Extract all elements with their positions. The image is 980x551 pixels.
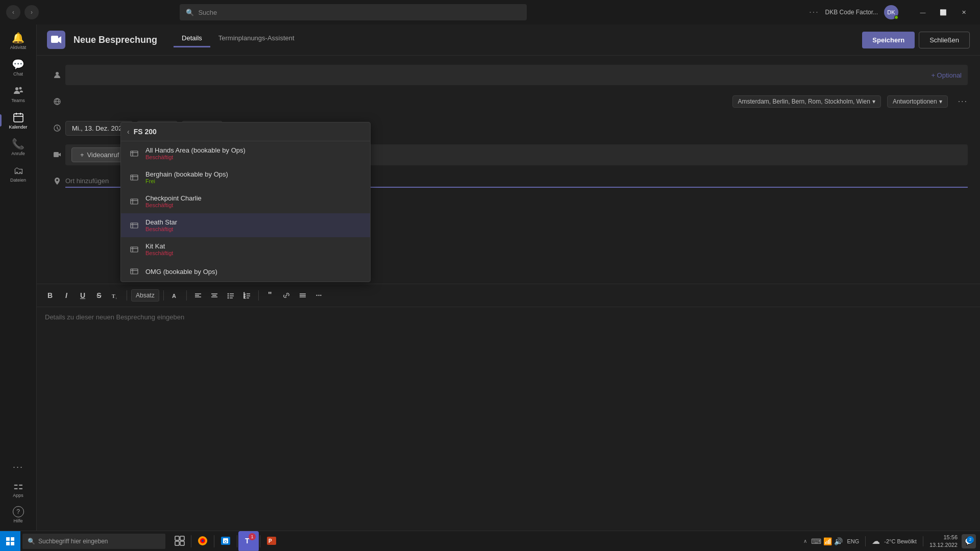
toolbar-strikethrough-button[interactable]: S bbox=[92, 288, 106, 303]
taskbar-clock: 15:56 13.12.2022 bbox=[929, 534, 958, 548]
form-container: + Optional bbox=[37, 56, 980, 531]
dropdown-back-button[interactable]: ‹ bbox=[127, 128, 130, 136]
toolbar-more-button[interactable]: ··· bbox=[312, 288, 326, 303]
antwortoptionen-dropdown[interactable]: Antwortoptionen ▾ bbox=[887, 95, 948, 108]
taskbar-apps: O T 1 P bbox=[169, 531, 282, 552]
room-item-0[interactable]: All Hands Area (bookable by Ops) Beschäf… bbox=[121, 141, 370, 165]
room-item-5[interactable]: OMG (bookable by Ops) bbox=[121, 261, 370, 282]
meeting-tabs: Details Terminplanungs-Assistent bbox=[174, 32, 303, 47]
toolbar-divider-2 bbox=[163, 290, 164, 300]
sidebar-label-apps: Apps bbox=[13, 493, 23, 498]
meeting-panel: Neue Besprechung Details Terminplanungs-… bbox=[37, 24, 980, 531]
taskbar-outlook-button[interactable]: O bbox=[215, 531, 236, 552]
meeting-header: Neue Besprechung Details Terminplanungs-… bbox=[37, 24, 980, 56]
more-options-icon[interactable]: ··· bbox=[809, 8, 819, 17]
save-button[interactable]: Speichern bbox=[862, 32, 915, 48]
more-options-button[interactable]: ··· bbox=[958, 97, 968, 106]
optional-link[interactable]: + Optional bbox=[931, 71, 962, 79]
svg-point-66 bbox=[202, 540, 204, 542]
room-item-4[interactable]: Kit Kat Beschäftigt bbox=[121, 237, 370, 261]
search-box[interactable]: 🔍 Suche bbox=[180, 4, 527, 20]
volume-icon[interactable]: 🔊 bbox=[834, 537, 843, 545]
room-status-2: Beschäftigt bbox=[145, 202, 202, 208]
teams-icon bbox=[12, 85, 24, 97]
sidebar-item-hilfe[interactable]: ? Hilfe bbox=[4, 503, 33, 527]
sidebar-label-dateien: Dateien bbox=[10, 178, 26, 183]
sidebar-item-teams[interactable]: Teams bbox=[4, 82, 33, 106]
room-info-2: Checkpoint Charlie Beschäftigt bbox=[145, 194, 202, 208]
taskbar-teams-button[interactable]: T bbox=[238, 531, 259, 552]
toolbar-link-button[interactable] bbox=[279, 288, 293, 303]
svg-point-41 bbox=[228, 293, 229, 294]
wifi-icon[interactable]: 📶 bbox=[823, 537, 832, 545]
more-nav-icon[interactable]: ··· bbox=[13, 462, 23, 472]
close-meeting-button[interactable]: Schließen bbox=[919, 32, 970, 48]
weather-icon: ☁ bbox=[872, 536, 880, 546]
toolbar-align-left-button[interactable] bbox=[191, 288, 205, 303]
sidebar-item-aktivitat[interactable]: 🔔 Aktivität bbox=[4, 29, 33, 53]
header-actions: Speichern Schließen bbox=[862, 32, 970, 48]
svg-rect-62 bbox=[175, 541, 179, 545]
taskbar-firefox-button[interactable] bbox=[192, 531, 213, 552]
sidebar-item-kalender[interactable]: Kalender bbox=[4, 108, 33, 133]
content-area: Neue Besprechung Details Terminplanungs-… bbox=[37, 24, 980, 531]
toolbar-bullets-button[interactable] bbox=[224, 288, 238, 303]
toolbar-justify-button[interactable] bbox=[296, 288, 310, 303]
svg-rect-57 bbox=[11, 537, 14, 541]
attendees-input[interactable]: + Optional bbox=[65, 65, 968, 85]
svg-rect-56 bbox=[6, 537, 10, 541]
room-dropdown-header: ‹ FS 200 bbox=[121, 122, 370, 141]
description-area[interactable]: Details zu dieser neuen Besprechung eing… bbox=[37, 307, 980, 531]
keyboard-icon[interactable]: ⌨ bbox=[811, 537, 821, 545]
sidebar: 🔔 Aktivität 💬 Chat Teams bbox=[0, 24, 37, 531]
minimize-button[interactable]: — bbox=[913, 4, 933, 20]
room-item-2[interactable]: Checkpoint Charlie Beschäftigt bbox=[121, 189, 370, 213]
svg-point-7 bbox=[56, 72, 59, 75]
nav-controls: ‹ › bbox=[6, 5, 39, 19]
taskbar-divider-1 bbox=[191, 535, 191, 547]
nav-forward-button[interactable]: › bbox=[24, 5, 39, 19]
close-button[interactable]: ✕ bbox=[953, 4, 974, 20]
taskbar-taskview-button[interactable] bbox=[169, 531, 190, 552]
room-icon-4 bbox=[129, 244, 139, 255]
video-icon bbox=[49, 151, 65, 159]
svg-rect-58 bbox=[6, 542, 10, 545]
avatar[interactable]: DK bbox=[884, 5, 898, 19]
toolbar-font-down-button[interactable]: T ↓ bbox=[108, 288, 122, 303]
toolbar-align-center-button[interactable] bbox=[207, 288, 222, 303]
sidebar-item-dateien[interactable]: 🗂 Dateien bbox=[4, 161, 33, 186]
room-list: All Hands Area (bookable by Ops) Beschäf… bbox=[121, 141, 370, 282]
toolbar-underline-button[interactable]: U bbox=[76, 288, 90, 303]
toolbar-quote-button[interactable]: " bbox=[263, 288, 277, 303]
nav-back-button[interactable]: ‹ bbox=[6, 5, 20, 19]
sidebar-item-anrufe[interactable]: 📞 Anrufe bbox=[4, 135, 33, 159]
room-item-3[interactable]: Death Star Beschäftigt bbox=[121, 213, 370, 237]
svg-point-1 bbox=[19, 87, 21, 90]
toolbar-italic-button[interactable]: I bbox=[59, 288, 74, 303]
sidebar-item-apps[interactable]: ⚏ Apps bbox=[4, 477, 33, 501]
toolbar-bold-button[interactable]: B bbox=[43, 288, 57, 303]
sidebar-item-chat[interactable]: 💬 Chat bbox=[4, 55, 33, 80]
description-placeholder: Details zu dieser neuen Besprechung eing… bbox=[45, 313, 184, 321]
tab-assistant[interactable]: Terminplanungs-Assistent bbox=[210, 32, 303, 47]
toolbar-highlight-button[interactable]: A bbox=[168, 288, 182, 303]
taskbar-powerpoint-button[interactable]: P bbox=[261, 531, 282, 552]
svg-rect-23 bbox=[131, 223, 138, 228]
apps-icon: ⚏ bbox=[12, 480, 24, 492]
taskbar-search[interactable]: 🔍 Suchbegriff hier eingeben bbox=[22, 534, 165, 549]
room-name-2: Checkpoint Charlie bbox=[145, 194, 202, 202]
timezone-dropdown[interactable]: Amsterdam, Berlin, Bern, Rom, Stockholm,… bbox=[732, 95, 881, 108]
tab-details[interactable]: Details bbox=[174, 32, 210, 47]
taskbar-separator-2 bbox=[923, 536, 923, 546]
arrow-up-icon[interactable]: ∧ bbox=[803, 538, 807, 544]
system-tray-icons: ∧ bbox=[803, 538, 807, 544]
maximize-button[interactable]: ⬜ bbox=[933, 4, 953, 20]
room-status-1: Frei bbox=[145, 178, 228, 184]
toolbar-numbered-button[interactable]: 1. 2. 3. bbox=[240, 288, 254, 303]
weather-text: -2°C Bewölkt bbox=[884, 538, 917, 544]
taskbar-language[interactable]: ENG bbox=[847, 538, 859, 544]
search-icon: 🔍 bbox=[186, 9, 194, 16]
toolbar-paragraph-dropdown[interactable]: Absatz bbox=[131, 289, 159, 302]
room-item-1[interactable]: Berghain (bookable by Ops) Frei bbox=[121, 165, 370, 189]
start-button[interactable] bbox=[0, 531, 20, 552]
